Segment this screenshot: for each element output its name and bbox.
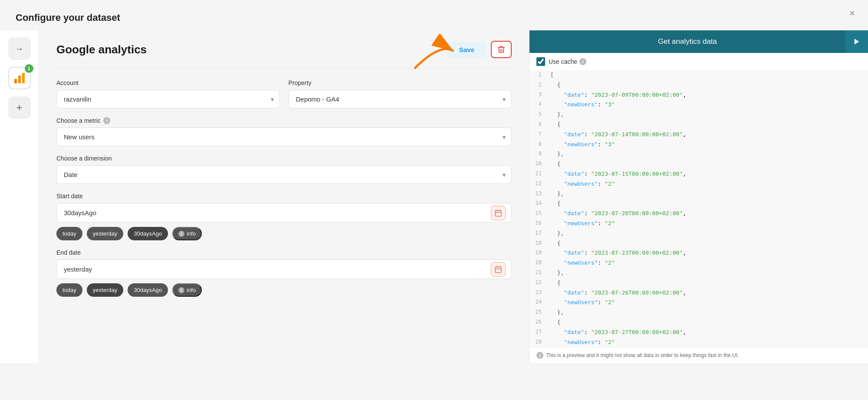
delete-button[interactable] [491,41,512,58]
property-label: Property [289,79,512,86]
line-content: }, [547,269,868,278]
account-select[interactable]: razvanilin [56,90,280,108]
line-number: 28 [529,338,547,347]
end-date-input[interactable] [56,259,512,279]
json-line: 28 "newUsers": "2" [529,338,868,348]
close-button[interactable]: × [849,8,855,19]
start-date-group: Start date today yesterday [56,193,512,240]
property-select[interactable]: Depomo - GA4 [289,90,512,108]
use-cache-info-icon[interactable]: i [579,58,586,65]
line-content: "date": "2023-07-14T00:00:00+02:00", [547,130,868,139]
node-badge: 1 [25,64,33,73]
start-date-30days-tag[interactable]: 30daysAgo [128,227,168,240]
json-line: 11 "date": "2023-07-15T00:00:00+02:00", [529,169,868,179]
line-number: 18 [529,239,547,248]
end-date-tags: today yesterday 30daysAgo i info [56,283,512,297]
arrow-button[interactable]: → [8,37,31,60]
use-cache-row: Use cache i [529,53,868,70]
dimension-select[interactable]: Date [56,165,512,184]
add-icon: + [16,102,22,114]
json-line: 18 { [529,239,868,249]
line-number: 24 [529,298,547,307]
line-number: 2 [529,81,547,90]
end-date-info-tag[interactable]: i info [172,283,202,297]
json-line: 26 { [529,318,868,328]
dimension-label: Choose a dimension [56,155,512,162]
json-line: 21 }, [529,268,868,278]
line-number: 17 [529,229,547,238]
line-number: 4 [529,100,547,109]
line-number: 26 [529,318,547,327]
start-date-tags: today yesterday 30daysAgo i info [56,227,512,240]
json-line: 15 "date": "2023-07-20T00:00:00+02:00", [529,209,868,219]
line-content: "newUsers": "2" [547,298,868,307]
start-date-info-tag[interactable]: i info [172,227,202,240]
line-content: { [547,199,868,208]
line-content: "newUsers": "2" [547,259,868,268]
analytics-icon-wrapper: 1 [8,67,31,89]
line-number: 8 [529,140,547,149]
json-line: 7 "date": "2023-07-14T00:00:00+02:00", [529,130,868,140]
end-date-yesterday-tag[interactable]: yesterday [87,283,123,297]
line-number: 7 [529,130,547,139]
line-content: { [547,81,868,90]
add-node-button[interactable]: + [8,96,31,119]
json-footer: i This is a preview and it might not sho… [529,347,868,363]
line-content: "date": "2023-07-23T00:00:00+02:00", [547,249,868,258]
svg-marker-11 [855,39,859,45]
line-number: 19 [529,249,547,258]
line-content: "newUsers": "2" [547,338,868,347]
play-button[interactable] [845,30,868,53]
start-date-yesterday-tag[interactable]: yesterday [87,227,123,240]
line-content: [ [547,71,868,80]
line-number: 3 [529,91,547,100]
line-content: { [547,279,868,288]
right-panel: Get analytics data Use cache i 1[2 {3 "d… [529,30,868,363]
start-date-input[interactable] [56,203,512,223]
line-number: 12 [529,180,547,189]
metric-info-icon[interactable]: i [103,117,110,124]
svg-rect-0 [14,79,17,83]
json-line: 2 { [529,80,868,90]
use-cache-checkbox[interactable] [536,57,545,66]
start-date-calendar-icon [491,206,506,220]
json-line: 27 "date": "2023-07-27T00:00:00+02:00", [529,328,868,338]
save-button[interactable]: Save [447,42,487,58]
metric-select-wrapper: New users ▾ [56,128,512,146]
json-line: 8 "newUsers": "3" [529,140,868,150]
json-line: 22 { [529,278,868,288]
json-line: 4 "newUsers": "3" [529,100,868,110]
line-content: { [547,160,868,169]
use-cache-label: Use cache i [549,58,586,65]
trash-icon [497,45,506,54]
line-number: 13 [529,190,547,199]
line-content: }, [547,110,868,119]
footer-info-icon: i [536,352,543,359]
json-line: 1[ [529,70,868,80]
start-date-calendar-button[interactable] [489,204,507,222]
config-panel: Google analytics Save Account [39,30,529,363]
start-date-info-icon: i [178,231,184,237]
line-number: 11 [529,170,547,179]
account-group: Account razvanilin ▾ [56,79,280,108]
end-date-today-tag[interactable]: today [56,283,82,297]
line-content: }, [547,190,868,199]
svg-rect-2 [22,73,25,83]
get-data-button[interactable]: Get analytics data [529,30,845,53]
line-content: }, [547,150,868,159]
metric-select[interactable]: New users [56,128,512,146]
start-date-today-tag[interactable]: today [56,227,82,240]
end-date-label: End date [56,249,512,256]
section-header: Google analytics Save [56,41,512,58]
line-content: "date": "2023-07-09T00:00:00+02:00", [547,91,868,100]
end-date-calendar-button[interactable] [489,260,507,279]
line-content: "newUsers": "2" [547,180,868,189]
end-date-info-icon: i [178,287,184,293]
end-date-30days-tag[interactable]: 30daysAgo [128,283,168,297]
line-number: 25 [529,308,547,317]
line-number: 20 [529,259,547,268]
json-line: 23 "date": "2023-07-26T00:00:00+02:00", [529,288,868,298]
line-number: 22 [529,279,547,288]
json-line: 14 { [529,199,868,209]
line-content: "date": "2023-07-15T00:00:00+02:00", [547,170,868,179]
